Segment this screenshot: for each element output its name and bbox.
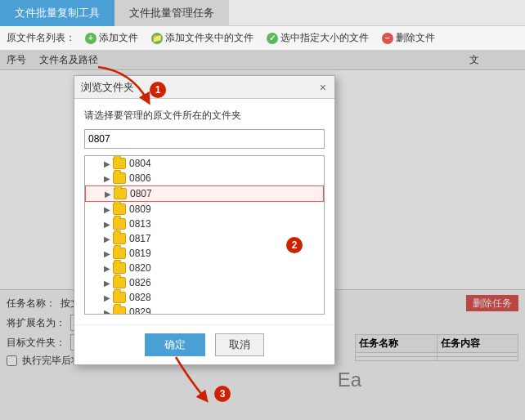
folder-icon-0804	[113, 158, 126, 169]
folder-icon-0828	[113, 292, 126, 303]
folder-item-0807[interactable]: ▶ 0807	[85, 185, 324, 202]
folder-item-0829[interactable]: ▶ 0829	[85, 305, 324, 314]
dialog-overlay: 浏览文件夹 × 请选择要管理的原文件所在的文件夹 ▶ 0804	[0, 51, 525, 420]
dialog-description: 请选择要管理的原文件所在的文件夹	[84, 109, 325, 123]
expand-0804[interactable]: ▶	[101, 159, 113, 168]
dialog-title: 浏览文件夹	[81, 80, 134, 95]
expand-0826[interactable]: ▶	[101, 279, 113, 288]
add-icon: +	[85, 33, 96, 44]
size-icon: ✓	[267, 33, 278, 44]
list-label: 原文件名列表：	[7, 31, 75, 45]
dialog-body: 请选择要管理的原文件所在的文件夹 ▶ 0804	[74, 99, 334, 324]
folder-tree: ▶ 0804 ▶ 0806	[84, 155, 325, 315]
expand-0807[interactable]: ▶	[102, 190, 114, 199]
second-toolbar: 原文件名列表： + 添加文件 📁 添加文件夹中的文件 ✓ 选中指定大小的文件 −…	[0, 26, 525, 51]
dialog-path-input[interactable]	[84, 129, 325, 149]
folder-item-0817[interactable]: ▶ 0817	[85, 231, 324, 246]
folder-icon-0826	[113, 277, 126, 288]
folder-icon-0829	[113, 306, 126, 314]
folder-icon-0817	[113, 233, 126, 244]
folder-icon-0806	[113, 172, 126, 184]
dialog-cancel-button[interactable]: 取消	[215, 333, 264, 356]
delete-file-label: 删除文件	[396, 31, 435, 45]
folder-label-0807: 0807	[130, 188, 152, 199]
folder-label-0813: 0813	[129, 218, 151, 230]
folder-icon-0813	[113, 218, 126, 230]
folder-item-0804[interactable]: ▶ 0804	[85, 156, 324, 171]
expand-0829[interactable]: ▶	[101, 308, 113, 315]
delete-file-button[interactable]: − 删除文件	[379, 29, 438, 47]
add-from-folder-button[interactable]: 📁 添加文件夹中的文件	[148, 29, 257, 47]
folder-item-0820[interactable]: ▶ 0820	[85, 261, 324, 275]
folder-label-0819: 0819	[129, 248, 151, 259]
dialog-footer: 确定 取消	[74, 324, 334, 364]
folder-icon-0820	[113, 262, 126, 274]
select-by-size-label: 选中指定大小的文件	[280, 31, 369, 45]
expand-0828[interactable]: ▶	[101, 293, 113, 302]
folder-item-0826[interactable]: ▶ 0826	[85, 275, 324, 290]
folder-icon-0819	[113, 248, 126, 259]
top-toolbar: 文件批量复制工具 文件批量管理任务	[0, 0, 525, 26]
folder-label-0806: 0806	[129, 172, 151, 184]
browse-folder-dialog: 浏览文件夹 × 请选择要管理的原文件所在的文件夹 ▶ 0804	[74, 75, 335, 365]
expand-0817[interactable]: ▶	[101, 235, 113, 244]
folder-label-0804: 0804	[129, 158, 151, 169]
expand-0820[interactable]: ▶	[101, 264, 113, 273]
add-from-folder-label: 添加文件夹中的文件	[165, 31, 254, 45]
tab-copy-tool[interactable]: 文件批量复制工具	[0, 0, 114, 26]
folder-item-0813[interactable]: ▶ 0813	[85, 217, 324, 231]
dialog-title-bar: 浏览文件夹 ×	[74, 76, 334, 99]
folder-label-0809: 0809	[129, 203, 151, 215]
folder-label-0829: 0829	[129, 306, 151, 314]
dialog-close-button[interactable]: ×	[318, 82, 328, 93]
add-file-button[interactable]: + 添加文件	[82, 29, 141, 47]
folder-label-0817: 0817	[129, 233, 151, 244]
expand-0813[interactable]: ▶	[101, 220, 113, 229]
expand-0819[interactable]: ▶	[101, 249, 113, 258]
tab-manage-tasks[interactable]: 文件批量管理任务	[114, 0, 229, 26]
folder-icon-0809	[113, 203, 126, 215]
folder-label-0828: 0828	[129, 292, 151, 303]
add-file-label: 添加文件	[99, 31, 138, 45]
main-area: 序号 文件名及路径 文 任务名称： 按文件类型 立下执行 分组一 删除任务 将扩…	[0, 51, 525, 420]
expand-0809[interactable]: ▶	[101, 205, 113, 214]
folder-label-0820: 0820	[129, 262, 151, 274]
folder-item-0806[interactable]: ▶ 0806	[85, 171, 324, 185]
tree-scroll-area[interactable]: ▶ 0804 ▶ 0806	[85, 156, 324, 314]
select-by-size-button[interactable]: ✓ 选中指定大小的文件	[263, 29, 372, 47]
folder-icon-0807	[114, 188, 127, 199]
folder-item-0819[interactable]: ▶ 0819	[85, 246, 324, 261]
folder-label-0826: 0826	[129, 277, 151, 288]
folder-item-0809[interactable]: ▶ 0809	[85, 202, 324, 217]
dialog-ok-button[interactable]: 确定	[145, 333, 205, 356]
folder-item-0828[interactable]: ▶ 0828	[85, 290, 324, 305]
delete-icon: −	[382, 33, 393, 44]
expand-0806[interactable]: ▶	[101, 174, 113, 183]
folder-add-icon: 📁	[151, 33, 163, 44]
